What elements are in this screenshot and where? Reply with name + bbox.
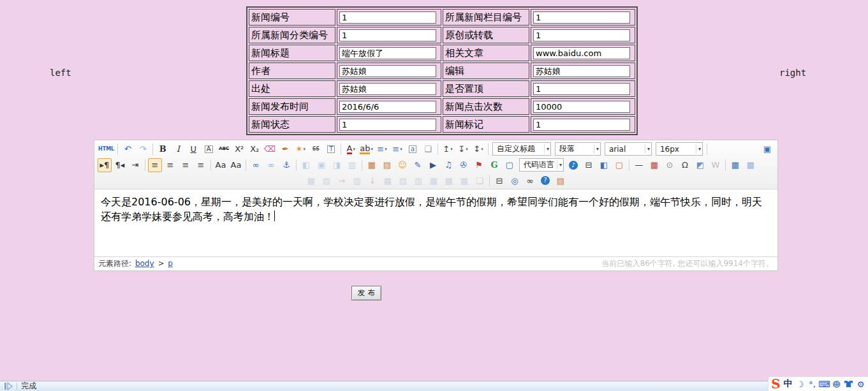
rtl-icon[interactable]: ¶◂ (113, 158, 127, 172)
music-search-icon[interactable]: ♪ (566, 158, 580, 172)
form-input[interactable] (533, 29, 630, 41)
align-justify-icon[interactable]: ≡ (194, 158, 208, 172)
underline-icon[interactable]: U (186, 142, 200, 156)
format-painter-icon[interactable]: ✒ (278, 142, 292, 156)
snapshot-icon[interactable]: ◩ (693, 158, 707, 172)
superscript-icon[interactable]: X² (232, 142, 246, 156)
ime-chinese-mode[interactable]: 中 (782, 378, 794, 390)
font-border-icon[interactable]: A (202, 142, 216, 156)
delete-table-icon[interactable]: ▦ (744, 158, 758, 172)
spacing-top-icon[interactable]: ↥▾ (441, 142, 455, 156)
insert-image-icon[interactable]: ▦ (365, 158, 379, 172)
search-replace-icon[interactable]: ∞ (523, 173, 537, 188)
font-size-dropdown[interactable]: 16px▾ (656, 142, 703, 156)
align-center-icon[interactable]: ≡ (163, 158, 177, 172)
line-height-icon[interactable]: ↕▾ (471, 142, 485, 156)
form-input[interactable] (533, 101, 630, 113)
merge-right-icon[interactable]: ▦ (427, 173, 441, 188)
form-input[interactable] (533, 11, 630, 24)
editor-content-area[interactable]: 今天是2016-06-06，星期一，是美好的一天啊，学校决定要进行放假，是端午节… (94, 189, 777, 256)
redo-icon[interactable]: ↷ (136, 142, 150, 156)
sogou-logo[interactable]: S (770, 378, 782, 390)
form-input[interactable] (339, 65, 436, 77)
split-to-rows-icon[interactable]: ▤ (396, 173, 410, 188)
multi-image-icon[interactable]: ▤ (380, 158, 394, 172)
horizontal-rule-icon[interactable]: — (632, 158, 646, 172)
emotion-icon[interactable]: ☺ (395, 158, 409, 172)
video-icon[interactable]: ▶ (426, 158, 440, 172)
source-button[interactable]: HTML (98, 142, 115, 156)
image-right-icon[interactable]: ◨ (330, 158, 344, 172)
new-document-icon[interactable]: ❏ (421, 142, 435, 156)
custom-title-dropdown[interactable]: 自定义标题▾ (492, 142, 551, 156)
halfwidth-moon-icon[interactable]: ☽ (794, 378, 806, 390)
split-to-cols-icon[interactable]: ▥ (411, 173, 425, 188)
image-inline-icon[interactable]: ▥ (345, 158, 359, 172)
merge-cells-icon[interactable]: ▦ (381, 173, 395, 188)
auto-typeset-icon[interactable]: ✶▾ (293, 142, 307, 156)
font-color-icon[interactable]: A▾ (344, 142, 358, 156)
date-icon[interactable]: ▦ (647, 158, 661, 172)
attachment-icon[interactable]: ✇ (457, 158, 471, 172)
user-avatar-icon[interactable]: ☻ (830, 378, 842, 390)
indent-icon[interactable]: ⇥ (128, 158, 142, 172)
unlink-icon[interactable]: ∞ (264, 158, 278, 172)
word-image-icon[interactable]: W (709, 158, 723, 172)
blockquote-icon[interactable]: 66 (309, 142, 323, 156)
ordered-list-icon[interactable]: ≡▾ (375, 142, 389, 156)
scrawl-icon[interactable]: ✎ (411, 158, 425, 172)
form-input[interactable] (533, 65, 630, 77)
skin-tshirt-icon[interactable] (842, 378, 855, 390)
form-input[interactable] (339, 11, 436, 24)
font-family-dropdown[interactable]: arial▾ (605, 142, 652, 156)
form-input[interactable] (339, 119, 436, 131)
image-left-icon[interactable]: ◧ (299, 158, 313, 172)
special-chars-icon[interactable]: Ω (678, 158, 692, 172)
spacing-bottom-icon[interactable]: ↧▾ (456, 142, 470, 156)
image-center-icon[interactable]: ▣ (314, 158, 328, 172)
form-input[interactable] (339, 83, 436, 95)
path-link-p[interactable]: p (168, 259, 173, 268)
help-icon[interactable]: ? (538, 173, 552, 188)
anchor-icon[interactable]: ⚓ (279, 158, 293, 172)
remove-format-icon[interactable]: ⌫ (263, 142, 277, 156)
select-all-icon[interactable]: a (406, 142, 420, 156)
map-icon[interactable]: ⚑ (472, 158, 486, 172)
link-icon[interactable]: ∞ (249, 158, 263, 172)
merge-down-icon[interactable]: ▦ (442, 173, 456, 188)
form-input[interactable] (533, 83, 630, 95)
form-input[interactable] (339, 47, 436, 59)
preview-icon[interactable]: ◎ (508, 173, 522, 188)
gmap-icon[interactable]: G (487, 158, 501, 172)
table-title-icon[interactable]: ▦ (304, 173, 318, 188)
lowercase-icon[interactable]: Aa (229, 158, 243, 172)
strikethrough-icon[interactable]: ABC (217, 142, 231, 156)
insert-row-icon[interactable]: ▤ (320, 173, 334, 188)
path-link-body[interactable]: body (135, 259, 154, 268)
music-icon[interactable]: ♫ (441, 158, 455, 172)
highlight-color-icon[interactable]: ab▾ (359, 142, 374, 156)
form-input[interactable] (533, 47, 630, 59)
delete-row-icon[interactable]: → (335, 173, 349, 188)
paste-icon[interactable]: ▤ (554, 173, 568, 188)
soft-keyboard-icon[interactable]: ⌨ (818, 378, 830, 390)
word-paste-doc-icon[interactable]: ❏ (473, 173, 487, 188)
punctuation-icon[interactable]: °‚ (806, 378, 818, 390)
print-icon[interactable]: ⊟ (492, 173, 506, 188)
insert-col-icon[interactable]: ▥ (350, 173, 364, 188)
template-icon[interactable]: ◧ (597, 158, 611, 172)
align-right-icon[interactable]: ≡ (179, 158, 193, 172)
paragraph-dropdown[interactable]: 段落▾ (555, 142, 601, 156)
bold-icon[interactable]: B (156, 142, 170, 156)
delete-col-icon[interactable]: ↓ (365, 173, 379, 188)
pagebreak-icon[interactable]: ⊟ (582, 158, 596, 172)
publish-button[interactable]: 发 布 (351, 286, 381, 300)
code-language-dropdown[interactable]: 代码语言▾ (519, 158, 564, 172)
screenshot-icon[interactable]: ▢ (612, 158, 626, 172)
align-left-icon[interactable]: ≡ (148, 158, 162, 172)
insert-table-icon[interactable]: ▦ (728, 158, 742, 172)
uppercase-icon[interactable]: Aa (214, 158, 228, 172)
undo-icon[interactable]: ↶ (121, 142, 135, 156)
form-input[interactable] (533, 119, 630, 131)
subscript-icon[interactable]: X₂ (247, 142, 261, 156)
